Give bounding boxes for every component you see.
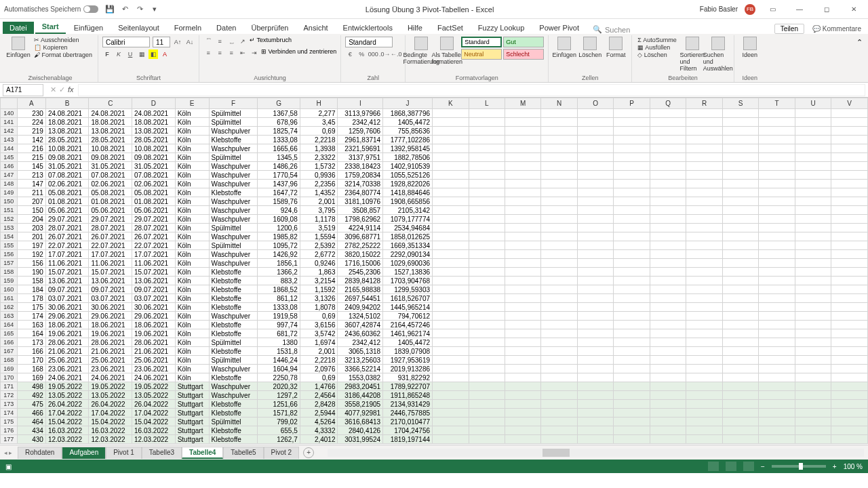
cell[interactable] xyxy=(759,294,795,303)
row-header[interactable]: 148 xyxy=(1,180,18,188)
cell[interactable] xyxy=(686,409,722,418)
cell[interactable] xyxy=(759,197,795,206)
cell[interactable]: 17.07.2021 xyxy=(132,250,176,259)
wrap-text-button[interactable]: ↵ Textumbruch xyxy=(250,37,292,46)
cell[interactable] xyxy=(722,109,758,118)
cell[interactable]: 2292,090134 xyxy=(383,250,433,259)
tab-hilfe[interactable]: Hilfe xyxy=(401,22,429,34)
cell[interactable] xyxy=(614,232,650,241)
cell[interactable]: 18.08.2021 xyxy=(132,118,176,127)
cell[interactable] xyxy=(722,321,758,329)
cell[interactable] xyxy=(541,329,577,338)
tab-file[interactable]: Datei xyxy=(3,22,34,34)
cell[interactable] xyxy=(577,188,613,197)
cell[interactable] xyxy=(577,259,613,268)
cell[interactable] xyxy=(541,409,577,418)
cell[interactable] xyxy=(505,241,541,250)
cell[interactable] xyxy=(505,382,541,391)
cell[interactable] xyxy=(759,409,795,418)
cell[interactable] xyxy=(541,206,577,215)
fill-color-button[interactable]: ◧ xyxy=(149,49,158,59)
cell[interactable] xyxy=(795,109,831,118)
cell[interactable]: 19.05.2022 xyxy=(89,382,132,391)
cell[interactable] xyxy=(759,365,795,373)
cell[interactable]: 3113,97966 xyxy=(338,109,383,118)
cell[interactable] xyxy=(759,136,795,144)
formula-input[interactable] xyxy=(78,84,865,96)
cell[interactable]: 1882,78506 xyxy=(383,153,433,162)
cell[interactable] xyxy=(650,409,686,418)
cell[interactable]: 31.05.2021 xyxy=(132,162,176,171)
cell[interactable]: 28.07.2021 xyxy=(132,224,176,232)
cell[interactable]: 22.07.2021 xyxy=(132,241,176,250)
sheet-tab-aufgaben[interactable]: Aufgaben xyxy=(62,447,106,459)
cell[interactable] xyxy=(505,250,541,259)
percent-icon[interactable]: % xyxy=(357,49,366,59)
cell[interactable]: 2,6772 xyxy=(300,250,338,259)
cell[interactable]: 13.06.2021 xyxy=(89,277,132,285)
cell[interactable] xyxy=(577,391,613,400)
cell[interactable]: Köln xyxy=(175,153,209,162)
cell[interactable] xyxy=(433,373,469,382)
cell[interactable]: Spülmittel xyxy=(209,338,258,347)
sheet-tab-pivot-1[interactable]: Pivot 1 xyxy=(106,447,142,459)
cell[interactable] xyxy=(614,426,650,435)
orientation-icon[interactable]: ↗ xyxy=(238,37,248,46)
font-size-combo[interactable]: 11 xyxy=(153,37,170,47)
cell[interactable] xyxy=(505,215,541,224)
cell[interactable] xyxy=(795,127,831,136)
cell[interactable]: 19.06.2021 xyxy=(89,329,132,338)
cell[interactable]: 1777,102286 xyxy=(383,136,433,144)
cell[interactable] xyxy=(722,197,758,206)
fx-icon[interactable]: fx xyxy=(68,85,74,94)
cell[interactable]: Köln xyxy=(175,109,209,118)
cell[interactable]: 11.06.2021 xyxy=(89,259,132,268)
cell[interactable] xyxy=(505,329,541,338)
cell[interactable] xyxy=(433,268,469,277)
cell[interactable]: 3181,10976 xyxy=(338,197,383,206)
cell[interactable]: 1531,8 xyxy=(258,347,300,356)
cell[interactable] xyxy=(577,109,613,118)
cell[interactable]: 2020,32 xyxy=(258,382,300,391)
cell[interactable] xyxy=(577,400,613,409)
page-break-view-icon[interactable] xyxy=(743,462,754,471)
undo-icon[interactable]: ↶ xyxy=(120,5,130,14)
cell[interactable] xyxy=(686,435,722,444)
align-top-icon[interactable]: ⎴ xyxy=(203,37,213,46)
cell[interactable] xyxy=(650,232,686,241)
cell[interactable]: Köln xyxy=(175,373,209,382)
cell[interactable] xyxy=(469,418,505,426)
row-header[interactable]: 145 xyxy=(1,153,18,162)
cell[interactable] xyxy=(686,206,722,215)
cell[interactable]: 2,5392 xyxy=(300,241,338,250)
table-row[interactable]: 17643416.03.202216.03.202216.03.2022Stut… xyxy=(1,426,868,435)
cell[interactable]: 203 xyxy=(17,224,45,232)
cell[interactable] xyxy=(831,162,868,171)
cell[interactable]: 2342,412 xyxy=(338,338,383,347)
cell[interactable]: 05.08.2021 xyxy=(89,188,132,197)
cell[interactable] xyxy=(541,250,577,259)
cell[interactable] xyxy=(759,250,795,259)
column-header-G[interactable]: G xyxy=(258,98,300,109)
cell[interactable]: 09.08.2021 xyxy=(132,153,176,162)
cell[interactable]: 2170,010477 xyxy=(383,418,433,426)
cell[interactable]: 1402,910539 xyxy=(383,162,433,171)
sheet-tab-tabelle5[interactable]: Tabelle5 xyxy=(223,447,263,459)
cell[interactable] xyxy=(541,171,577,180)
cell[interactable]: 3,6156 xyxy=(300,321,338,329)
cell[interactable]: Köln xyxy=(175,241,209,250)
align-right-icon[interactable]: ≡ xyxy=(226,48,236,58)
cell[interactable] xyxy=(795,391,831,400)
cell[interactable] xyxy=(433,180,469,188)
cell[interactable]: 755,85636 xyxy=(383,127,433,136)
cell[interactable]: 13.05.2022 xyxy=(89,391,132,400)
delete-cells-button[interactable]: Löschen xyxy=(578,37,601,58)
cell[interactable]: 28.05.2021 xyxy=(89,136,132,144)
cell[interactable] xyxy=(541,391,577,400)
cell[interactable] xyxy=(650,373,686,382)
table-row[interactable]: 16416318.06.202118.06.202118.06.2021Köln… xyxy=(1,321,868,329)
cell[interactable]: 02.06.2021 xyxy=(45,180,89,188)
indent-dec-icon[interactable]: ⇤ xyxy=(238,48,248,58)
cell[interactable] xyxy=(541,365,577,373)
cell[interactable] xyxy=(795,197,831,206)
